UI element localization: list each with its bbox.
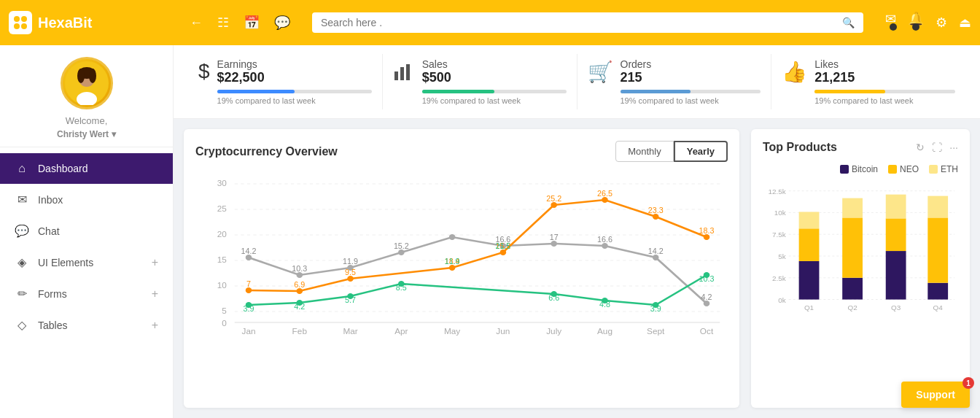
svg-text:5k: 5k	[778, 252, 786, 260]
tables-icon: ◇	[15, 318, 29, 332]
chart-header: Cryptocurrency Overview Monthly Yearly	[195, 141, 728, 162]
power-icon[interactable]: ⏏	[959, 15, 971, 31]
svg-text:4.2: 4.2	[294, 303, 305, 311]
svg-point-44	[602, 243, 608, 249]
grid-icon[interactable]: ☷	[217, 15, 229, 31]
search-input[interactable]	[321, 17, 842, 28]
svg-point-51	[500, 249, 507, 255]
stat-label: Earnings	[217, 58, 372, 70]
svg-text:10.3: 10.3	[699, 275, 715, 283]
panel-actions: ↻ ⛶ ···	[916, 142, 958, 153]
sidebar-item-dashboard[interactable]: ⌂ Dashboard	[0, 153, 173, 184]
svg-rect-114	[886, 195, 906, 219]
chat-icon[interactable]: 💬	[274, 15, 290, 31]
chart-title: Cryptocurrency Overview	[195, 145, 338, 158]
calendar-icon[interactable]: 📅	[244, 15, 260, 31]
stat-compare: 19% compared to last week	[217, 96, 372, 105]
svg-text:Feb: Feb	[292, 327, 307, 336]
svg-text:21.5: 21.5	[495, 242, 510, 250]
stat-bar	[217, 90, 372, 93]
stat-label: Orders	[621, 58, 761, 70]
svg-text:26.5: 26.5	[597, 190, 612, 198]
sidebar-item-label: Inbox	[38, 194, 63, 206]
svg-point-46	[704, 301, 710, 306]
svg-point-37	[246, 255, 252, 260]
stat-bar-fill	[422, 90, 494, 93]
back-icon[interactable]: ←	[190, 15, 203, 31]
sidebar-item-label: Chat	[38, 225, 60, 237]
svg-text:11.9: 11.9	[343, 258, 358, 266]
legend-neo: NEO	[888, 164, 919, 174]
svg-text:25: 25	[217, 204, 227, 213]
svg-text:16.6: 16.6	[597, 236, 612, 244]
svg-text:20: 20	[217, 230, 227, 239]
expand-icon[interactable]: +	[152, 287, 158, 301]
svg-point-43	[551, 241, 557, 247]
refresh-icon[interactable]: ↻	[916, 142, 925, 153]
svg-text:Jun: Jun	[496, 327, 510, 336]
monthly-toggle[interactable]: Monthly	[615, 141, 674, 162]
svg-text:Q3: Q3	[891, 303, 901, 311]
header-nav: ← ☷ 📅 💬	[190, 15, 290, 31]
legend-eth: ETH	[929, 164, 958, 174]
eth-label: ETH	[941, 164, 958, 174]
expand-icon[interactable]: +	[152, 256, 158, 269]
bitcoin-dot	[840, 165, 849, 174]
stat-value: 215	[621, 70, 761, 85]
svg-text:14.2: 14.2	[648, 247, 664, 255]
svg-point-48	[296, 288, 303, 294]
sidebar-item-inbox[interactable]: ✉ Inbox	[0, 184, 173, 215]
sidebar-item-ui-elements[interactable]: ◈ UI Elements +	[0, 247, 173, 278]
settings-icon[interactable]: ⚙	[936, 15, 947, 31]
svg-text:15.2: 15.2	[394, 242, 409, 250]
stat-label: Sales	[422, 58, 567, 70]
sidebar-item-chat[interactable]: 💬 Chat	[0, 215, 173, 247]
stat-info: Orders 215 19% compared to last week	[621, 58, 761, 105]
svg-text:0: 0	[222, 319, 227, 328]
home-icon: ⌂	[15, 162, 29, 175]
sidebar-item-label: Forms	[38, 288, 67, 300]
support-button[interactable]: Support 1	[901, 382, 970, 408]
notification-icon[interactable]: 🔔	[908, 11, 924, 34]
svg-point-9	[89, 69, 96, 83]
content-split: Cryptocurrency Overview Monthly Yearly	[174, 119, 980, 418]
svg-point-52	[551, 202, 557, 208]
svg-rect-11	[400, 67, 404, 80]
svg-text:Apr: Apr	[394, 327, 408, 336]
svg-rect-113	[886, 218, 906, 251]
svg-point-53	[602, 197, 608, 203]
yearly-toggle[interactable]: Yearly	[674, 141, 728, 162]
svg-text:10: 10	[217, 281, 227, 290]
logo-icon	[9, 11, 32, 34]
cart-icon: 🛒	[588, 60, 613, 84]
svg-point-2	[14, 23, 20, 29]
stat-bar	[422, 90, 567, 93]
expand-icon[interactable]: +	[152, 319, 158, 332]
stat-sales: Sales $500 19% compared to last week	[383, 54, 578, 109]
svg-text:30: 30	[217, 179, 227, 187]
svg-text:11.9: 11.9	[445, 258, 460, 266]
svg-text:10k: 10k	[774, 209, 786, 217]
sidebar-item-tables[interactable]: ◇ Tables +	[0, 309, 173, 341]
line-chart: 30 25 20 15 10 5 0 Jan Feb Mar Apr May	[195, 169, 728, 344]
svg-text:10.3: 10.3	[292, 265, 307, 273]
more-icon[interactable]: ···	[949, 142, 958, 153]
svg-text:15: 15	[217, 255, 227, 264]
top-products-panel: Top Products ↻ ⛶ ··· Bitcoin NEO	[751, 129, 970, 408]
chat-nav-icon: 💬	[15, 224, 29, 238]
svg-text:Mar: Mar	[343, 327, 358, 336]
mail-icon[interactable]: ✉	[885, 11, 896, 34]
expand-icon[interactable]: ⛶	[932, 142, 942, 153]
svg-point-50	[449, 265, 456, 271]
svg-rect-112	[886, 251, 906, 300]
svg-rect-108	[842, 278, 863, 300]
sidebar-item-forms[interactable]: ✏ Forms +	[0, 278, 173, 309]
svg-point-40	[398, 249, 405, 255]
panel-header: Top Products ↻ ⛶ ···	[763, 141, 958, 154]
user-dropdown-icon[interactable]: ▾	[112, 129, 116, 139]
stat-value: $22,500	[217, 70, 372, 85]
svg-point-8	[77, 69, 85, 83]
stat-orders: 🛒 Orders 215 19% compared to last week	[578, 54, 772, 109]
legend: Bitcoin NEO ETH	[763, 164, 958, 174]
chart-toggle: Monthly Yearly	[615, 141, 728, 162]
